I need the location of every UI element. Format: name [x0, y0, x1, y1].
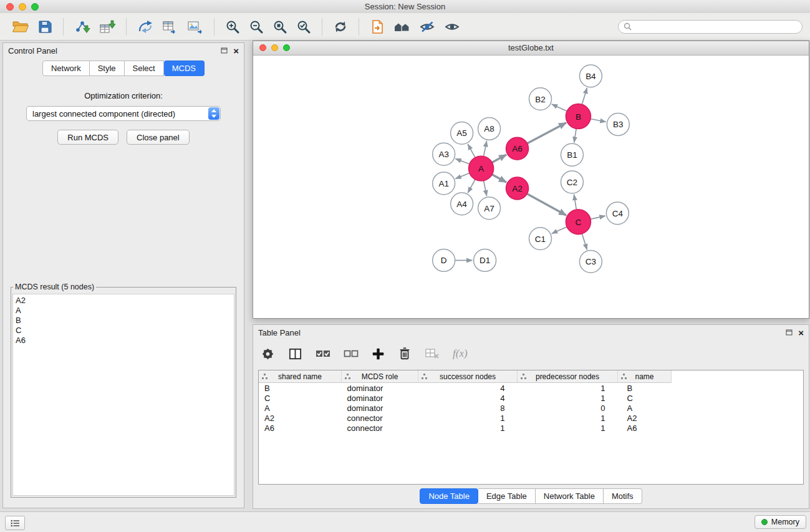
table-cell[interactable]: A [259, 403, 342, 413]
export-image-button[interactable] [185, 17, 205, 36]
table-row[interactable]: Cdominator41C [259, 393, 803, 403]
graph-edge-A-A4[interactable] [468, 180, 475, 193]
table-cell[interactable]: A2 [618, 413, 672, 423]
graph-edge-A-A7[interactable] [484, 181, 487, 196]
export-network-button[interactable] [135, 17, 155, 36]
memory-button[interactable]: Memory [755, 515, 806, 529]
delete-table-button[interactable] [423, 346, 441, 361]
table-cell[interactable]: A [618, 403, 672, 413]
zoom-fit-button[interactable] [271, 17, 289, 36]
zoom-out-button[interactable] [247, 17, 266, 36]
search-field[interactable] [618, 20, 803, 34]
result-item[interactable]: A6 [16, 336, 234, 346]
graph-edge-A-A3[interactable] [455, 158, 470, 164]
table-row[interactable]: A2connector11A2 [259, 413, 803, 423]
network-canvas[interactable]: B4B2BB3A8A5A6A3B1AC2A1A2A4A7C4CC1C3DD1 [254, 56, 808, 317]
table-cell[interactable]: A6 [259, 423, 342, 433]
save-session-button[interactable] [36, 17, 54, 36]
result-item[interactable]: A [16, 306, 234, 316]
refresh-view-button[interactable] [331, 17, 350, 36]
column-header-shared-name[interactable]: shared name [259, 370, 342, 383]
search-input[interactable] [635, 21, 797, 32]
export-table-button[interactable] [160, 17, 180, 36]
graph-edge-B-B1[interactable] [574, 128, 577, 142]
select-all-button[interactable] [314, 346, 332, 361]
table-cell[interactable]: 4 [418, 393, 518, 403]
table-cell[interactable]: 1 [418, 423, 518, 433]
table-settings-button[interactable] [259, 346, 276, 362]
table-cell[interactable]: 1 [518, 393, 618, 403]
graph-edge-A6-B[interactable] [527, 123, 566, 143]
home-view-button[interactable] [392, 17, 412, 36]
style-visibility-button[interactable] [417, 17, 437, 36]
zoom-in-button[interactable] [223, 17, 242, 36]
table-cell[interactable]: dominator [342, 403, 418, 413]
close-panel-icon[interactable]: × [798, 328, 804, 337]
graph-edge-A2-C[interactable] [527, 194, 566, 216]
graph-edge-C-C3[interactable] [582, 234, 587, 250]
table-cell[interactable]: B [259, 383, 342, 394]
column-visibility-button[interactable] [287, 346, 304, 362]
tab-mcds[interactable]: MCDS [164, 60, 205, 76]
table-cell[interactable]: 0 [518, 403, 618, 413]
table-cell[interactable]: dominator [342, 393, 418, 403]
table-cell[interactable]: 1 [518, 423, 618, 433]
result-item[interactable]: A2 [16, 296, 234, 306]
table-cell[interactable]: C [618, 393, 672, 403]
tab-select[interactable]: Select [125, 60, 164, 76]
column-header-successor-nodes[interactable]: successor nodes [418, 370, 518, 383]
table-cell[interactable]: B [618, 383, 672, 394]
tab-style[interactable]: Style [90, 60, 125, 76]
graph-edge-A-A6[interactable] [492, 155, 506, 163]
close-panel-icon[interactable]: × [233, 46, 239, 56]
table-cell[interactable]: 1 [518, 413, 618, 423]
open-session-button[interactable] [10, 17, 31, 36]
table-cell[interactable]: 1 [518, 383, 618, 394]
graph-edge-C-C1[interactable] [552, 227, 567, 234]
graph-edge-A-A5[interactable] [468, 144, 475, 158]
column-header-predecessor-nodes[interactable]: predecessor nodes [518, 370, 618, 383]
table-row[interactable]: Adominator80A [259, 403, 803, 413]
table-cell[interactable]: connector [342, 413, 418, 423]
table-cell[interactable]: 1 [418, 413, 518, 423]
graph-edge-C-C4[interactable] [591, 216, 605, 219]
result-item[interactable]: B [16, 316, 234, 326]
float-panel-icon[interactable] [786, 329, 793, 336]
show-details-button[interactable] [442, 17, 462, 36]
table-cell[interactable]: 8 [418, 403, 518, 413]
table-cell[interactable]: dominator [342, 383, 418, 394]
function-builder-button[interactable]: f(x) [451, 346, 469, 361]
unselect-all-button[interactable] [342, 346, 360, 361]
tab-motifs[interactable]: Motifs [604, 488, 642, 504]
graph-edge-B-B3[interactable] [591, 119, 606, 122]
column-header-name[interactable]: name [618, 370, 672, 383]
table-cell[interactable]: A6 [618, 423, 672, 433]
tab-edge-table[interactable]: Edge Table [478, 488, 536, 504]
criterion-dropdown[interactable]: largest connected component (directed) [26, 106, 221, 121]
graph-edge-A-A2[interactable] [492, 175, 506, 183]
graph-edge-A-A8[interactable] [484, 141, 487, 157]
tab-node-table[interactable]: Node Table [420, 488, 478, 504]
table-row[interactable]: A6connector11A6 [259, 423, 803, 433]
import-table-button[interactable] [97, 17, 117, 36]
import-network-button[interactable] [72, 17, 92, 36]
open-session-file-button[interactable] [368, 17, 387, 36]
table-cell[interactable]: A2 [259, 413, 342, 423]
column-header-MCDS-role[interactable]: MCDS role [342, 370, 418, 383]
add-column-button[interactable] [370, 346, 386, 362]
table-cell[interactable]: connector [342, 423, 418, 433]
zoom-selected-button[interactable] [294, 17, 313, 36]
table-row[interactable]: Bdominator41B [259, 383, 803, 394]
graph-edge-B-B2[interactable] [552, 104, 567, 111]
result-item[interactable]: C [16, 326, 234, 336]
graph-edge-B-B4[interactable] [582, 88, 587, 105]
graph-edge-C-C2[interactable] [574, 195, 577, 210]
table-cell[interactable]: C [259, 393, 342, 403]
close-panel-button[interactable]: Close panel [127, 130, 190, 145]
delete-column-button[interactable] [397, 346, 413, 362]
float-panel-icon[interactable] [221, 47, 228, 54]
task-history-button[interactable] [5, 516, 25, 530]
tab-network[interactable]: Network [42, 60, 90, 76]
table-cell[interactable]: 4 [418, 383, 518, 394]
run-mcds-button[interactable]: Run MCDS [57, 130, 118, 145]
